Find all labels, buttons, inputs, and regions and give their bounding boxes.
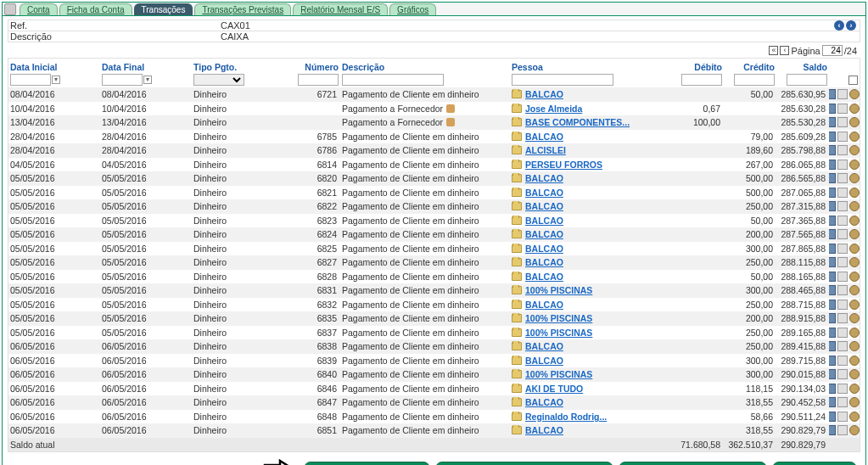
edit-icon[interactable] (829, 356, 836, 366)
folder-icon[interactable] (512, 370, 522, 378)
edit-icon[interactable] (829, 313, 836, 323)
edit-icon[interactable] (829, 285, 836, 295)
edit-icon[interactable] (829, 369, 836, 379)
edit-icon[interactable] (829, 160, 836, 170)
tab-ficha-da-conta[interactable]: Ficha da Conta (59, 3, 132, 15)
edit-icon[interactable] (829, 173, 836, 183)
filter-credito[interactable] (734, 74, 775, 86)
folder-icon[interactable] (512, 412, 522, 421)
tab-transa-es-previstas[interactable]: Transações Previstas (194, 3, 291, 15)
tab-transa-es[interactable]: Transações (134, 3, 193, 15)
edit-icon[interactable] (829, 341, 836, 351)
document-icon[interactable] (837, 285, 848, 295)
tab-conta[interactable]: Conta (20, 3, 58, 15)
user-icon[interactable] (849, 313, 860, 323)
folder-icon[interactable] (512, 398, 522, 406)
folder-icon[interactable] (512, 188, 522, 197)
folder-icon[interactable] (512, 286, 522, 294)
folder-icon[interactable] (512, 118, 522, 126)
pessoa-link[interactable]: BALCAO (525, 132, 563, 142)
user-icon[interactable] (849, 216, 860, 226)
folder-icon[interactable] (512, 90, 522, 98)
pessoa-link[interactable]: BALCAO (525, 216, 563, 226)
pessoa-link[interactable]: 100% PISCINAS (525, 285, 592, 295)
document-icon[interactable] (837, 328, 848, 338)
document-icon[interactable] (837, 412, 848, 422)
folder-icon[interactable] (512, 342, 522, 350)
col-data-final[interactable]: Data Final (100, 59, 192, 74)
filter-pessoa[interactable] (512, 74, 613, 86)
folder-icon[interactable] (512, 314, 522, 322)
filter-data-inicial[interactable] (10, 74, 51, 86)
pessoa-link[interactable]: ALCISLEI (525, 145, 566, 155)
filter-debito[interactable] (681, 74, 722, 86)
pessoa-link[interactable]: Jose Almeida (525, 104, 582, 114)
folder-icon[interactable] (512, 300, 522, 309)
folder-icon[interactable] (512, 244, 522, 253)
pessoa-link[interactable]: 100% PISCINAS (525, 313, 592, 323)
edit-icon[interactable] (829, 425, 836, 435)
tab-relat-rio-mensal-e-s[interactable]: Relatório Mensal E/S (293, 3, 388, 15)
pessoa-link[interactable]: BALCAO (525, 300, 563, 310)
document-icon[interactable] (837, 257, 848, 267)
pessoa-link[interactable]: BALCAO (525, 356, 563, 366)
document-icon[interactable] (837, 397, 848, 407)
user-icon[interactable] (849, 173, 860, 183)
user-icon[interactable] (849, 285, 860, 295)
folder-icon[interactable] (512, 132, 522, 141)
pessoa-link[interactable]: BALCAO (525, 397, 563, 407)
col-descricao[interactable]: Descrição (340, 59, 510, 74)
folder-icon[interactable] (512, 146, 522, 154)
folder-icon[interactable] (512, 384, 522, 393)
folder-icon[interactable] (512, 160, 522, 169)
prev-record-icon[interactable]: ‹ (834, 20, 844, 31)
user-icon[interactable] (849, 160, 860, 170)
edit-icon[interactable] (829, 145, 836, 155)
tab-gr-ficos[interactable]: Gráficos (389, 3, 436, 15)
importar-ofx-button[interactable]: Importar extrato do banco no formato OFX (435, 462, 613, 466)
user-icon[interactable] (849, 356, 860, 366)
document-icon[interactable] (837, 244, 848, 254)
calendar-icon[interactable]: ▾ (143, 76, 152, 84)
pessoa-link[interactable]: BALCAO (525, 425, 563, 435)
edit-icon[interactable] (829, 300, 836, 310)
filter-numero[interactable] (298, 74, 339, 86)
folder-icon[interactable] (512, 272, 522, 281)
folder-icon[interactable] (512, 426, 522, 434)
pessoa-link[interactable]: BALCAO (525, 341, 563, 351)
pessoa-link[interactable]: 100% PISCINAS (525, 369, 592, 379)
edit-icon[interactable] (829, 89, 836, 99)
document-icon[interactable] (837, 104, 848, 114)
edit-icon[interactable] (829, 216, 836, 226)
next-record-icon[interactable]: › (846, 20, 856, 31)
col-credito[interactable]: Crédito (724, 59, 776, 74)
user-icon[interactable] (849, 89, 860, 99)
user-icon[interactable] (849, 328, 860, 338)
document-icon[interactable] (837, 300, 848, 310)
pessoa-link[interactable]: BALCAO (525, 272, 563, 282)
pessoa-link[interactable]: BALCAO (525, 89, 563, 99)
edit-icon[interactable] (829, 397, 836, 407)
document-icon[interactable] (837, 369, 848, 379)
document-icon[interactable] (837, 384, 848, 394)
pessoa-link[interactable]: BALCAO (525, 201, 563, 211)
filter-tipo-pgto[interactable] (193, 74, 244, 86)
col-saldo[interactable]: Saldo (776, 59, 829, 74)
pessoa-link[interactable]: 100% PISCINAS (525, 328, 592, 338)
folder-icon[interactable] (512, 174, 522, 182)
user-icon[interactable] (849, 425, 860, 435)
document-icon[interactable] (837, 201, 848, 211)
folder-icon[interactable] (512, 230, 522, 238)
edit-icon[interactable] (829, 104, 836, 114)
user-icon[interactable] (849, 132, 860, 142)
document-icon[interactable] (837, 188, 848, 198)
edit-icon[interactable] (829, 188, 836, 198)
pessoa-link[interactable]: BALCAO (525, 244, 563, 254)
edit-icon[interactable] (829, 257, 836, 267)
user-icon[interactable] (849, 104, 860, 114)
filter-descricao[interactable] (342, 74, 444, 86)
document-icon[interactable] (837, 160, 848, 170)
user-icon[interactable] (849, 384, 860, 394)
edit-icon[interactable] (829, 244, 836, 254)
document-icon[interactable] (837, 229, 848, 239)
